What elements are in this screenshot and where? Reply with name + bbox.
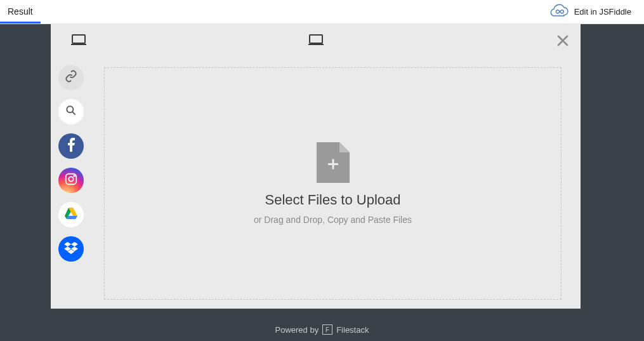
facebook-icon (67, 138, 75, 154)
powered-by-label: Powered by (275, 325, 319, 335)
svg-point-10 (74, 175, 75, 177)
brand-label: Filestack (336, 325, 369, 335)
source-instagram-button[interactable] (58, 168, 84, 193)
source-dropbox-button[interactable] (58, 236, 84, 262)
upload-modal: Select Files to Upload or Drag and Drop,… (51, 24, 581, 309)
device-icon-center[interactable] (308, 34, 324, 49)
modal-body: Select Files to Upload or Drag and Drop,… (51, 58, 581, 309)
cloud-icon (549, 4, 569, 20)
source-link-button[interactable] (58, 65, 84, 90)
filestack-logo-icon: F (322, 324, 332, 335)
search-icon (65, 104, 77, 119)
modal-header (51, 24, 581, 58)
svg-rect-0 (72, 35, 85, 43)
gdrive-icon (64, 207, 78, 222)
edit-label: Edit in JSFiddle (574, 7, 631, 17)
drop-area-wrap: Select Files to Upload or Drag and Drop,… (91, 58, 581, 309)
source-gdrive-button[interactable] (58, 202, 84, 227)
instagram-icon (64, 172, 78, 189)
drop-title: Select Files to Upload (265, 192, 401, 208)
svg-rect-12 (332, 159, 334, 170)
device-icon-left[interactable] (71, 34, 86, 49)
footer: Powered by F Filestack (0, 324, 644, 335)
stage-background: Select Files to Upload or Drag and Drop,… (0, 24, 644, 341)
tab-result[interactable]: Result (0, 0, 41, 23)
source-facebook-button[interactable] (58, 133, 84, 159)
svg-line-7 (72, 112, 76, 115)
top-bar: Result Edit in JSFiddle (0, 0, 644, 24)
svg-rect-2 (310, 35, 322, 43)
source-rail (51, 58, 91, 309)
dropbox-icon (64, 241, 78, 257)
svg-rect-1 (71, 44, 86, 45)
drop-subtitle: or Drag and Drop, Copy and Paste Files (254, 215, 412, 225)
edit-in-jsfiddle-link[interactable]: Edit in JSFiddle (549, 4, 631, 20)
close-icon[interactable] (556, 34, 569, 50)
drop-area[interactable]: Select Files to Upload or Drag and Drop,… (104, 67, 562, 300)
svg-rect-3 (308, 44, 324, 45)
file-plus-icon (317, 142, 350, 185)
svg-point-9 (69, 177, 73, 181)
source-search-button[interactable] (58, 99, 84, 124)
svg-point-6 (67, 106, 73, 112)
link-icon (65, 70, 77, 85)
